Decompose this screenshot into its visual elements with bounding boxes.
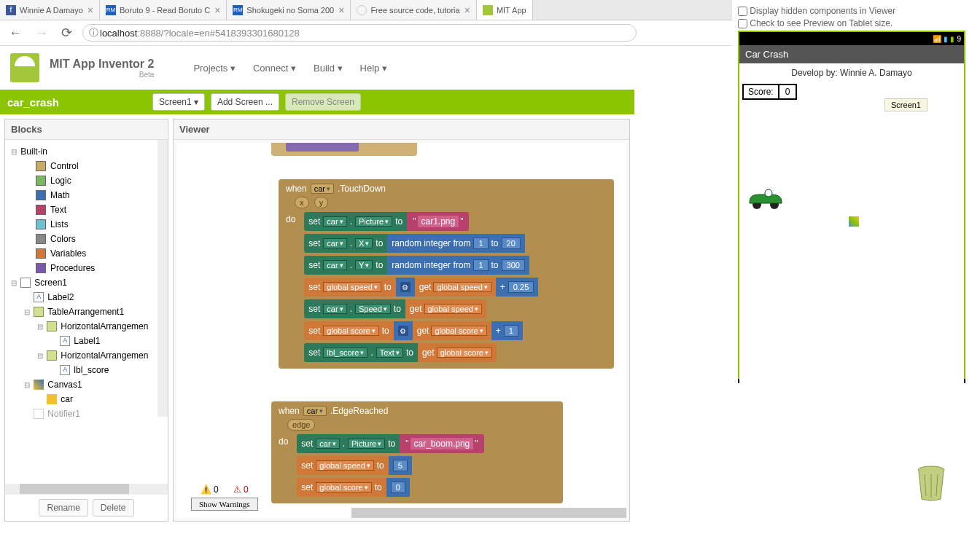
rename-button[interactable]: Rename	[39, 499, 88, 517]
blocks-panel-header: Blocks	[5, 119, 168, 140]
close-icon[interactable]: ×	[88, 4, 93, 16]
tree-component[interactable]: ⊟ TableArrangement1	[5, 305, 168, 319]
project-name: car_crash	[7, 96, 59, 109]
forward-button[interactable]: →	[32, 24, 51, 42]
tree-component[interactable]: Notifier1	[5, 407, 168, 421]
tree-builtin[interactable]: ⊟ Built-in	[5, 144, 168, 159]
tree-component[interactable]: ALabel1	[5, 334, 168, 348]
tree-builtin-text[interactable]: Text	[5, 203, 168, 217]
back-button[interactable]: ←	[6, 24, 25, 42]
remove-screen-button[interactable]: Remove Screen	[285, 93, 361, 111]
param-x[interactable]: x	[295, 197, 309, 208]
block-row[interactable]: setcar.Speedtogetglobal speed	[304, 299, 538, 319]
viewer-header: Viewer	[174, 119, 629, 140]
block-row[interactable]: setglobal speedto5	[297, 455, 483, 476]
wifi-icon: 📶	[933, 35, 941, 43]
tree-component[interactable]: ⊟ Screen1	[5, 275, 168, 290]
warning-red: ⚠ 0	[233, 484, 249, 495]
chk-hidden-components[interactable]: Display hidden components in Viewer	[738, 6, 974, 16]
block-row[interactable]: setglobal scoreto⚙getglobal score+1	[304, 321, 538, 341]
chk-tablet-preview[interactable]: Check to see Preview on Tablet size.	[738, 18, 974, 28]
block-row[interactable]: setglobal scoreto0	[297, 477, 483, 498]
tree-builtin-variables[interactable]: Variables	[5, 246, 168, 261]
blocks-canvas[interactable]: when car .TouchDown x y do setcar.Pictur…	[176, 143, 626, 518]
tree-builtin-procedures[interactable]: Procedures	[5, 261, 168, 275]
phone-preview: 📶 ▮ ▮ 9 Car Crash Develop by: Winnie A. …	[738, 31, 965, 379]
viewer-h-scrollbar[interactable]	[351, 508, 619, 518]
param-y[interactable]: y	[314, 197, 329, 208]
scrollbar-vertical[interactable]	[158, 140, 168, 417]
tree-builtin-colors[interactable]: Colors	[5, 232, 168, 246]
info-icon: ⓘ	[89, 26, 98, 39]
close-icon[interactable]: ×	[214, 4, 220, 16]
screen-selector[interactable]: Screen1 ▾	[152, 93, 205, 111]
car-sprite	[747, 187, 785, 214]
tree-component[interactable]: car	[5, 392, 168, 407]
scrollbar-horizontal[interactable]	[5, 484, 168, 494]
app-logo	[10, 53, 39, 82]
tree-component[interactable]: ⊟ Canvas1	[5, 377, 168, 392]
svg-point-2	[765, 189, 772, 197]
panel-buttons: Rename Delete	[5, 494, 168, 521]
tree-builtin-logic[interactable]: Logic	[5, 173, 168, 188]
placeholder-image	[849, 216, 859, 227]
develop-by-label: Develop by: Winnie A. Damayo	[739, 63, 964, 82]
signal-icon: ▮	[944, 35, 948, 43]
favicon-rm: RM	[233, 5, 243, 15]
reload-button[interactable]: ⟳	[58, 23, 75, 42]
preview-screen: Develop by: Winnie A. Damayo Score: 0 Sc…	[739, 63, 964, 384]
browser-tab[interactable]: RMShokugeki no Soma 200×	[227, 0, 351, 20]
warning-yellow: ⚠️ 0	[201, 484, 219, 495]
menu-help[interactable]: Help ▾	[360, 63, 387, 74]
warnings-area: ⚠️ 0 ⚠ 0 Show Warnings	[191, 484, 258, 511]
subject-dropdown[interactable]: car	[303, 406, 327, 416]
block-row[interactable]: setglobal speedto⚙getglobal speed+0.25	[304, 277, 538, 297]
delete-button[interactable]: Delete	[93, 499, 134, 517]
trash-icon[interactable]	[914, 464, 948, 502]
block-row[interactable]: setcar.Pictureto"car_boom.png"	[297, 433, 483, 454]
tree-component[interactable]: ALabel2	[5, 290, 168, 305]
blocks-tree[interactable]: ⊟ Built-in ControlLogicMathTextListsColo…	[5, 140, 168, 484]
add-screen-button[interactable]: Add Screen ...	[211, 93, 279, 111]
tree-builtin-control[interactable]: Control	[5, 159, 168, 173]
block-row[interactable]: setlbl_score.Texttogetglobal score	[304, 342, 538, 363]
when-edgereached-block[interactable]: when car .EdgeReached edge do setcar.Pic…	[271, 401, 563, 503]
score-box: Score: 0	[742, 84, 797, 100]
param-edge[interactable]: edge	[287, 419, 315, 431]
workspace: Blocks ⊟ Built-in ControlLogicMathTextLi…	[0, 114, 634, 526]
main-menu: Projects ▾ Connect ▾ Build ▾ Help ▾	[193, 63, 387, 74]
url-bar[interactable]: ⓘ localhost:8888/?locale=en#541839330168…	[82, 24, 637, 42]
preview-pane: Display hidden components in Viewer Chec…	[732, 0, 980, 534]
favicon-rm: RM	[106, 5, 116, 15]
browser-tab[interactable]: fWinnie A Damayo×	[0, 0, 100, 20]
screen1-tooltip: Screen1	[884, 98, 928, 111]
tree-builtin-math[interactable]: Math	[5, 188, 168, 203]
viewer-panel: Viewer when car .TouchDown x y do setcar…	[173, 119, 630, 522]
browser-tab[interactable]: Free source code, tutoria×	[351, 0, 476, 20]
menu-build[interactable]: Build ▾	[314, 63, 343, 74]
block-fragment[interactable]	[271, 143, 417, 156]
tree-component[interactable]: Albl_score	[5, 363, 168, 377]
browser-tab[interactable]: MIT App	[477, 0, 533, 20]
favicon-ai	[483, 5, 493, 15]
favicon-fb: f	[6, 5, 16, 15]
project-toolbar: car_crash Screen1 ▾ Add Screen ... Remov…	[0, 90, 634, 114]
when-touchdown-block[interactable]: when car .TouchDown x y do setcar.Pictur…	[279, 179, 614, 369]
block-row[interactable]: setcar.Pictureto"car1.png"	[304, 211, 538, 232]
browser-tab[interactable]: RMBoruto 9 - Read Boruto C×	[100, 0, 227, 20]
preview-app-bar: Car Crash	[739, 45, 964, 63]
close-icon[interactable]: ×	[464, 4, 470, 16]
tree-component[interactable]: ⊟ HorizontalArrangemen	[5, 319, 168, 334]
close-icon[interactable]: ×	[338, 4, 344, 16]
show-warnings-button[interactable]: Show Warnings	[191, 498, 258, 511]
tree-builtin-lists[interactable]: Lists	[5, 217, 168, 232]
block-row[interactable]: setcar.Ytorandom integer from1to300	[304, 255, 538, 275]
subject-dropdown[interactable]: car	[311, 184, 334, 194]
tree-component[interactable]: ⊟ HorizontalArrangemen	[5, 348, 168, 363]
block-row[interactable]: setcar.Xtorandom integer from1to20	[304, 233, 538, 254]
blocks-panel: Blocks ⊟ Built-in ControlLogicMathTextLi…	[4, 119, 168, 522]
menu-connect[interactable]: Connect ▾	[253, 63, 296, 74]
app-title: MIT App Inventor 2Beta	[50, 58, 154, 79]
battery-icon: ▮	[950, 35, 954, 43]
menu-projects[interactable]: Projects ▾	[193, 63, 236, 74]
